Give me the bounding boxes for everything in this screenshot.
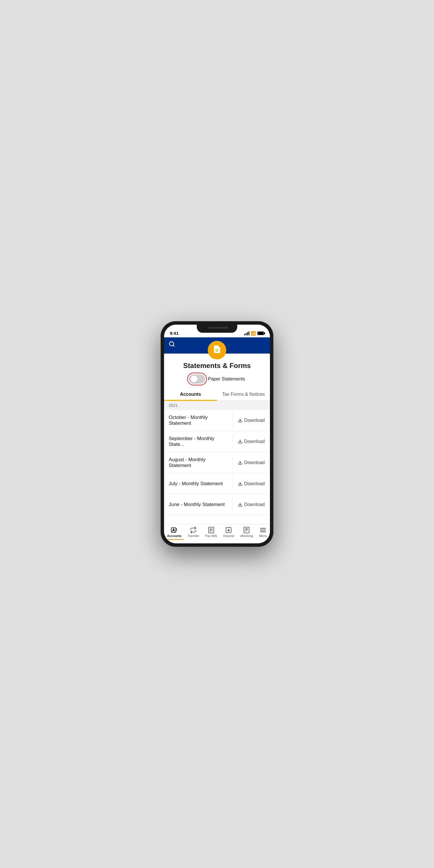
- nav-item-transfer[interactable]: Transfer: [185, 527, 202, 537]
- download-button-oct[interactable]: Download: [232, 413, 270, 428]
- status-time: 9:41: [170, 331, 179, 336]
- statement-name-sep: September - Monthly State...: [164, 431, 232, 452]
- statement-name-aug: August - Monthly Statement: [164, 452, 232, 473]
- download-icon: [238, 460, 243, 465]
- nav-label-menu: Menu: [259, 534, 267, 537]
- nav-item-vbanking[interactable]: vBanking: [238, 527, 255, 537]
- download-icon: [238, 482, 243, 486]
- statement-name-oct: October - Monthly Statement: [164, 410, 232, 431]
- bottom-nav: Accounts Transfer Pay Bills: [164, 524, 270, 544]
- statement-name-jul: July - Monthly Statement: [164, 476, 232, 491]
- nav-label-deposit: Deposit: [223, 534, 234, 537]
- phone-camera: [226, 327, 228, 329]
- document-icon: [212, 345, 222, 356]
- download-button-jun[interactable]: Download: [232, 497, 270, 512]
- vbanking-icon: [243, 527, 250, 533]
- statement-list: October - Monthly Statement Download Sep…: [164, 410, 270, 515]
- page-title: Statements & Forms: [169, 362, 265, 370]
- nav-label-pay-bills: Pay Bills: [205, 534, 217, 537]
- wifi-icon: 📶: [251, 331, 256, 336]
- svg-line-1: [173, 345, 174, 346]
- toggle-label: Paper Statements: [208, 376, 245, 382]
- toggle-thumb: [191, 376, 197, 382]
- paper-statements-toggle-wrapper: [189, 374, 205, 384]
- nav-item-pay-bills[interactable]: Pay Bills: [203, 527, 220, 537]
- year-label: 2021: [169, 403, 178, 408]
- app-header: [164, 337, 270, 353]
- signal-icon: [244, 331, 249, 335]
- table-row: September - Monthly State... Download: [164, 431, 270, 452]
- statement-name-jun: June - Monthly Statement: [164, 497, 232, 512]
- menu-icon: [259, 527, 267, 533]
- download-icon: [238, 418, 243, 423]
- paper-statements-toggle[interactable]: [189, 374, 205, 384]
- nav-label-accounts: Accounts: [167, 534, 181, 537]
- table-row: June - Monthly Statement Download: [164, 494, 270, 515]
- status-icons: 📶: [244, 331, 264, 336]
- download-button-aug[interactable]: Download: [232, 456, 270, 470]
- pay-bills-icon: [208, 527, 215, 533]
- main-content: Statements & Forms Paper Statements Acco…: [164, 353, 270, 524]
- tabs-container: Accounts Tax Forms & Notices: [164, 388, 270, 401]
- download-icon: [238, 439, 243, 444]
- phone-device: 9:41 📶: [161, 321, 273, 547]
- tab-accounts[interactable]: Accounts: [164, 388, 217, 400]
- battery-icon: [257, 332, 264, 335]
- accounts-icon: [171, 527, 178, 533]
- table-row: July - Monthly Statement Download: [164, 473, 270, 494]
- table-row: August - Monthly Statement Download: [164, 452, 270, 473]
- download-button-sep[interactable]: Download: [232, 434, 270, 449]
- search-button[interactable]: [169, 341, 175, 349]
- nav-label-vbanking: vBanking: [240, 534, 253, 537]
- tab-tax-forms[interactable]: Tax Forms & Notices: [217, 388, 270, 400]
- phone-speaker: [208, 327, 226, 329]
- download-icon: [238, 502, 243, 507]
- svg-point-12: [173, 529, 175, 530]
- toggle-row: Paper Statements: [169, 374, 265, 384]
- download-button-jul[interactable]: Download: [232, 476, 270, 491]
- nav-item-menu[interactable]: Menu: [257, 527, 269, 537]
- nav-item-deposit[interactable]: Deposit: [221, 527, 237, 537]
- phone-screen: 9:41 📶: [164, 324, 270, 544]
- nav-item-accounts[interactable]: Accounts: [165, 527, 184, 537]
- transfer-icon: [190, 527, 197, 533]
- nav-label-transfer: Transfer: [187, 534, 199, 537]
- header-icon-circle: [208, 341, 226, 359]
- phone-notch: [197, 324, 237, 333]
- deposit-icon: [225, 527, 232, 533]
- year-header: 2021: [164, 401, 270, 410]
- table-row: October - Monthly Statement Download: [164, 410, 270, 431]
